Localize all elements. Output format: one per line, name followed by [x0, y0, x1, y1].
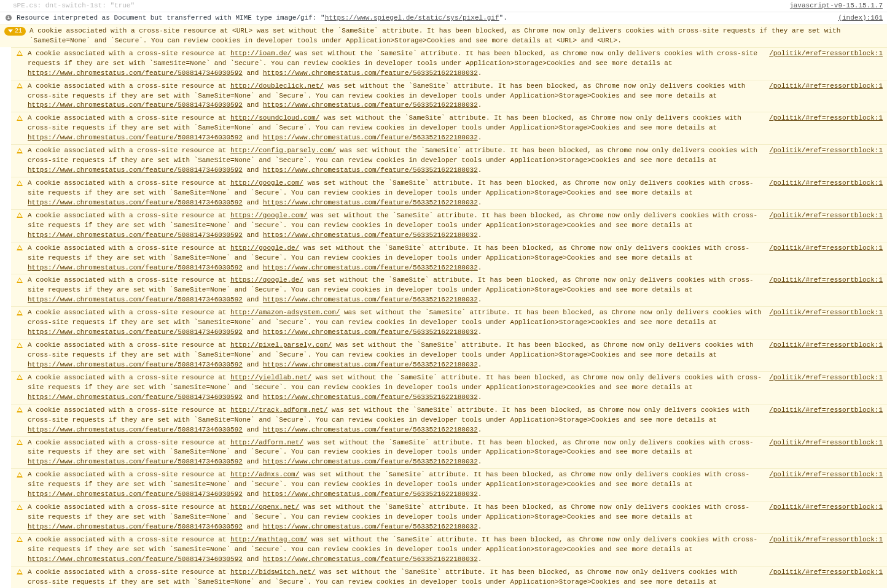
chromestatus-link-2[interactable]: https://www.chromestatus.com/feature/563…	[263, 458, 478, 465]
warning-message: A cookie associated with a cross-site re…	[28, 503, 769, 532]
warning-message: A cookie associated with a cross-site re…	[28, 146, 769, 176]
warning-source[interactable]: /politik/#ref=ressortblock:1	[769, 276, 883, 285]
console-warning-row: A cookie associated with a cross-site re…	[11, 468, 887, 501]
chromestatus-link-2[interactable]: https://www.chromestatus.com/feature/563…	[263, 555, 478, 563]
chromestatus-link-2[interactable]: https://www.chromestatus.com/feature/563…	[263, 231, 478, 239]
warning-source[interactable]: /politik/#ref=ressortblock:1	[769, 535, 883, 545]
chromestatus-link-1[interactable]: https://www.chromestatus.com/feature/508…	[28, 101, 243, 109]
warning-domain-link[interactable]: https://google.de/	[230, 276, 303, 284]
warning-source[interactable]: /politik/#ref=ressortblock:1	[769, 211, 883, 221]
info-url[interactable]: https://www.spiegel.de/static/sys/pixel.…	[325, 14, 499, 21]
chromestatus-link-2[interactable]: https://www.chromestatus.com/feature/563…	[263, 490, 478, 498]
warning-domain-link[interactable]: http://openx.net/	[230, 503, 299, 511]
warning-icon	[15, 406, 24, 414]
warning-icon	[15, 179, 24, 187]
chromestatus-link-1[interactable]: https://www.chromestatus.com/feature/508…	[28, 69, 243, 77]
warning-domain-link[interactable]: http://google.com/	[230, 179, 303, 187]
warning-domain-link[interactable]: http://adform.net/	[230, 439, 303, 446]
console-panel[interactable]: sPE.cs: dnt-switch-1st: "true" javascrip…	[0, 0, 887, 588]
warning-source[interactable]: /politik/#ref=ressortblock:1	[769, 341, 883, 350]
console-warning-row: A cookie associated with a cross-site re…	[11, 339, 887, 371]
warning-icon	[15, 374, 24, 381]
warning-source[interactable]: /politik/#ref=ressortblock:1	[769, 503, 883, 513]
console-warning-row: A cookie associated with a cross-site re…	[11, 209, 887, 242]
warning-icon	[15, 276, 24, 284]
warning-source[interactable]: /politik/#ref=ressortblock:1	[769, 470, 883, 480]
chromestatus-link-2[interactable]: https://www.chromestatus.com/feature/563…	[263, 166, 478, 174]
warning-source[interactable]: /politik/#ref=ressortblock:1	[769, 82, 883, 91]
chromestatus-link-2[interactable]: https://www.chromestatus.com/feature/563…	[263, 361, 478, 368]
warning-source[interactable]: /politik/#ref=ressortblock:1	[769, 308, 883, 318]
chromestatus-link-2[interactable]: https://www.chromestatus.com/feature/563…	[263, 134, 478, 141]
warning-source[interactable]: /politik/#ref=ressortblock:1	[769, 438, 883, 448]
warning-domain-link[interactable]: http://track.adform.net/	[230, 406, 327, 414]
console-info-row: i Resource interpreted as Document but t…	[0, 12, 887, 25]
partial-text: sPE.cs: dnt-switch-1st: "true"	[13, 1, 789, 11]
warning-domain-link[interactable]: http://adnxs.com/	[230, 471, 299, 478]
chromestatus-link-1[interactable]: https://www.chromestatus.com/feature/508…	[28, 523, 243, 530]
group-message: A cookie associated with a cross-site re…	[29, 26, 883, 46]
chromestatus-link-1[interactable]: https://www.chromestatus.com/feature/508…	[28, 458, 243, 465]
info-icon: i	[4, 14, 13, 21]
chromestatus-link-2[interactable]: https://www.chromestatus.com/feature/563…	[263, 101, 478, 109]
warning-icon	[15, 244, 24, 252]
console-warning-row: A cookie associated with a cross-site re…	[11, 112, 887, 144]
chromestatus-link-1[interactable]: https://www.chromestatus.com/feature/508…	[28, 296, 243, 303]
console-warning-row: A cookie associated with a cross-site re…	[11, 501, 887, 533]
warning-message: A cookie associated with a cross-site re…	[28, 179, 769, 208]
chromestatus-link-1[interactable]: https://www.chromestatus.com/feature/508…	[28, 393, 243, 401]
warning-domain-link[interactable]: https://google.com/	[230, 212, 307, 219]
chromestatus-link-1[interactable]: https://www.chromestatus.com/feature/508…	[28, 490, 243, 498]
warning-source[interactable]: /politik/#ref=ressortblock:1	[769, 114, 883, 123]
chromestatus-link-1[interactable]: https://www.chromestatus.com/feature/508…	[28, 166, 243, 174]
chromestatus-link-1[interactable]: https://www.chromestatus.com/feature/508…	[28, 555, 243, 563]
console-warning-row: A cookie associated with a cross-site re…	[11, 144, 887, 177]
console-warning-group[interactable]: 21 A cookie associated with a cross-site…	[0, 25, 887, 47]
warning-source[interactable]: /politik/#ref=ressortblock:1	[769, 146, 883, 156]
chromestatus-link-1[interactable]: https://www.chromestatus.com/feature/508…	[28, 426, 243, 433]
warning-domain-link[interactable]: http://pixel.parsely.com/	[230, 341, 332, 349]
chromestatus-link-2[interactable]: https://www.chromestatus.com/feature/563…	[263, 393, 478, 401]
warning-domain-link[interactable]: http://bidswitch.net/	[230, 568, 316, 576]
chromestatus-link-2[interactable]: https://www.chromestatus.com/feature/563…	[263, 426, 478, 433]
console-warning-row: A cookie associated with a cross-site re…	[11, 47, 887, 80]
chromestatus-link-1[interactable]: https://www.chromestatus.com/feature/508…	[28, 231, 243, 239]
chromestatus-link-1[interactable]: https://www.chromestatus.com/feature/508…	[28, 328, 243, 336]
warning-domain-link[interactable]: http://soundcloud.com/	[230, 114, 319, 122]
warning-message: A cookie associated with a cross-site re…	[28, 406, 769, 435]
warning-domain-link[interactable]: http://doubleclick.net/	[230, 82, 324, 90]
chromestatus-link-1[interactable]: https://www.chromestatus.com/feature/508…	[28, 361, 243, 368]
warning-message: A cookie associated with a cross-site re…	[28, 535, 769, 565]
chromestatus-link-2[interactable]: https://www.chromestatus.com/feature/563…	[263, 199, 478, 206]
chromestatus-link-2[interactable]: https://www.chromestatus.com/feature/563…	[263, 264, 478, 271]
warning-source[interactable]: /politik/#ref=ressortblock:1	[769, 406, 883, 416]
chromestatus-link-1[interactable]: https://www.chromestatus.com/feature/508…	[28, 134, 243, 141]
caret-down-icon	[8, 29, 13, 33]
warning-domain-link[interactable]: http://amazon-adsystem.com/	[230, 309, 340, 316]
chromestatus-link-2[interactable]: https://www.chromestatus.com/feature/563…	[263, 523, 478, 530]
console-warning-row: A cookie associated with a cross-site re…	[11, 306, 887, 339]
warning-source[interactable]: /politik/#ref=ressortblock:1	[769, 49, 883, 59]
partial-src[interactable]: javascript-v9-15.15.1.7	[789, 1, 883, 11]
warning-message: A cookie associated with a cross-site re…	[28, 470, 769, 500]
group-expand-badge[interactable]: 21	[4, 27, 26, 36]
warning-source[interactable]: /politik/#ref=ressortblock:1	[769, 179, 883, 188]
warning-message: A cookie associated with a cross-site re…	[28, 438, 769, 468]
warning-domain-link[interactable]: http://mathtag.com/	[230, 536, 307, 543]
warning-domain-link[interactable]: http://config.parsely.com/	[230, 147, 336, 154]
warning-domain-link[interactable]: http://ioam.de/	[230, 50, 291, 57]
chromestatus-link-2[interactable]: https://www.chromestatus.com/feature/563…	[263, 328, 478, 336]
warning-icon	[15, 147, 24, 154]
warning-source[interactable]: /politik/#ref=ressortblock:1	[769, 568, 883, 578]
warning-domain-link[interactable]: http://google.de/	[230, 244, 299, 252]
warning-message: A cookie associated with a cross-site re…	[28, 276, 769, 305]
chromestatus-link-1[interactable]: https://www.chromestatus.com/feature/508…	[28, 199, 243, 206]
warning-source[interactable]: /politik/#ref=ressortblock:1	[769, 244, 883, 253]
chromestatus-link-2[interactable]: https://www.chromestatus.com/feature/563…	[263, 296, 478, 303]
chromestatus-link-1[interactable]: https://www.chromestatus.com/feature/508…	[28, 264, 243, 271]
info-source[interactable]: (index):161	[838, 14, 883, 23]
chromestatus-link-2[interactable]: https://www.chromestatus.com/feature/563…	[263, 69, 478, 77]
warning-source[interactable]: /politik/#ref=ressortblock:1	[769, 373, 883, 383]
warning-domain-link[interactable]: http://yieldlab.net/	[230, 374, 311, 381]
console-warning-row: A cookie associated with a cross-site re…	[11, 242, 887, 274]
